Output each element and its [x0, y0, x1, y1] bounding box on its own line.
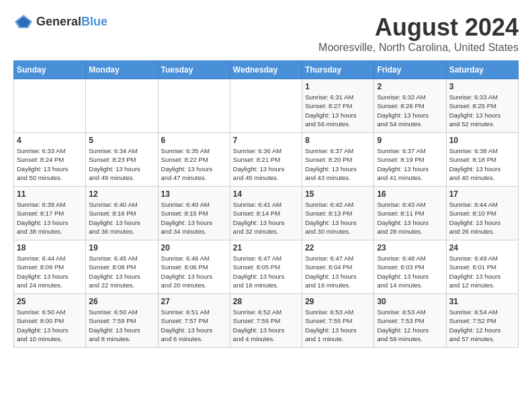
- table-cell: 19Sunrise: 6:45 AM Sunset: 8:08 PM Dayli…: [86, 240, 158, 294]
- logo: GeneralBlue: [13, 13, 107, 30]
- page-header: GeneralBlue August 2024 Mooresville, Nor…: [13, 13, 519, 54]
- header-tuesday: Tuesday: [158, 61, 230, 79]
- table-cell: 14Sunrise: 6:41 AM Sunset: 8:14 PM Dayli…: [230, 187, 302, 240]
- day-number: 20: [161, 243, 227, 253]
- day-info: Sunrise: 6:32 AM Sunset: 8:26 PM Dayligh…: [377, 93, 443, 128]
- day-info: Sunrise: 6:44 AM Sunset: 8:09 PM Dayligh…: [17, 254, 83, 289]
- header-wednesday: Wednesday: [230, 61, 302, 79]
- table-cell: [14, 79, 86, 133]
- day-number: 8: [305, 136, 371, 145]
- table-cell: 6Sunrise: 6:35 AM Sunset: 8:22 PM Daylig…: [158, 133, 230, 187]
- week-row-5: 25Sunrise: 6:50 AM Sunset: 8:00 PM Dayli…: [14, 294, 519, 348]
- day-number: 9: [377, 136, 443, 145]
- week-row-2: 4Sunrise: 6:33 AM Sunset: 8:24 PM Daylig…: [14, 133, 519, 187]
- day-info: Sunrise: 6:48 AM Sunset: 8:03 PM Dayligh…: [377, 254, 443, 289]
- day-number: 17: [449, 189, 515, 199]
- day-number: 5: [89, 136, 154, 145]
- day-info: Sunrise: 6:53 AM Sunset: 7:53 PM Dayligh…: [377, 308, 443, 343]
- day-info: Sunrise: 6:52 AM Sunset: 7:56 PM Dayligh…: [233, 308, 299, 343]
- day-number: 2: [377, 82, 443, 91]
- day-info: Sunrise: 6:35 AM Sunset: 8:22 PM Dayligh…: [161, 146, 227, 182]
- logo-blue: Blue: [81, 15, 107, 28]
- table-cell: 2Sunrise: 6:32 AM Sunset: 8:26 PM Daylig…: [374, 79, 446, 133]
- day-number: 26: [89, 297, 154, 306]
- header-thursday: Thursday: [302, 61, 374, 79]
- table-cell: 10Sunrise: 6:38 AM Sunset: 8:18 PM Dayli…: [446, 133, 518, 187]
- day-info: Sunrise: 6:47 AM Sunset: 8:05 PM Dayligh…: [233, 254, 299, 289]
- day-info: Sunrise: 6:54 AM Sunset: 7:52 PM Dayligh…: [449, 308, 515, 343]
- table-cell: 31Sunrise: 6:54 AM Sunset: 7:52 PM Dayli…: [446, 294, 518, 348]
- week-row-1: 1Sunrise: 6:31 AM Sunset: 8:27 PM Daylig…: [14, 79, 519, 133]
- table-cell: [86, 79, 158, 133]
- day-info: Sunrise: 6:50 AM Sunset: 7:59 PM Dayligh…: [89, 308, 154, 343]
- logo-general: General: [36, 15, 81, 28]
- days-header-row: SundayMondayTuesdayWednesdayThursdayFrid…: [14, 61, 519, 79]
- day-number: 24: [449, 243, 515, 253]
- header-saturday: Saturday: [446, 61, 518, 79]
- day-info: Sunrise: 6:37 AM Sunset: 8:19 PM Dayligh…: [377, 146, 443, 182]
- calendar-table: SundayMondayTuesdayWednesdayThursdayFrid…: [13, 60, 519, 348]
- day-number: 27: [161, 297, 227, 306]
- table-cell: 24Sunrise: 6:49 AM Sunset: 8:01 PM Dayli…: [446, 240, 518, 294]
- table-cell: 3Sunrise: 6:33 AM Sunset: 8:25 PM Daylig…: [446, 79, 518, 133]
- day-number: 18: [17, 243, 83, 253]
- day-number: 7: [233, 136, 299, 145]
- day-info: Sunrise: 6:42 AM Sunset: 8:13 PM Dayligh…: [305, 200, 371, 236]
- day-info: Sunrise: 6:39 AM Sunset: 8:17 PM Dayligh…: [17, 200, 83, 236]
- table-cell: 15Sunrise: 6:42 AM Sunset: 8:13 PM Dayli…: [302, 187, 374, 240]
- day-number: 3: [449, 82, 515, 91]
- table-cell: 12Sunrise: 6:40 AM Sunset: 8:16 PM Dayli…: [86, 187, 158, 240]
- week-row-4: 18Sunrise: 6:44 AM Sunset: 8:09 PM Dayli…: [14, 240, 519, 294]
- day-info: Sunrise: 6:53 AM Sunset: 7:55 PM Dayligh…: [305, 308, 371, 343]
- table-cell: 16Sunrise: 6:43 AM Sunset: 8:11 PM Dayli…: [374, 187, 446, 240]
- day-info: Sunrise: 6:47 AM Sunset: 8:04 PM Dayligh…: [305, 254, 371, 289]
- table-cell: 1Sunrise: 6:31 AM Sunset: 8:27 PM Daylig…: [302, 79, 374, 133]
- day-number: 11: [17, 189, 83, 199]
- day-info: Sunrise: 6:36 AM Sunset: 8:21 PM Dayligh…: [233, 146, 299, 182]
- day-number: 22: [305, 243, 371, 253]
- day-number: 14: [233, 189, 299, 199]
- table-cell: 23Sunrise: 6:48 AM Sunset: 8:03 PM Dayli…: [374, 240, 446, 294]
- header-sunday: Sunday: [14, 61, 86, 79]
- day-info: Sunrise: 6:44 AM Sunset: 8:10 PM Dayligh…: [449, 200, 515, 236]
- table-cell: 25Sunrise: 6:50 AM Sunset: 8:00 PM Dayli…: [14, 294, 86, 348]
- day-number: 25: [17, 297, 83, 306]
- day-info: Sunrise: 6:46 AM Sunset: 8:06 PM Dayligh…: [161, 254, 227, 289]
- logo-icon: [13, 13, 34, 30]
- table-cell: 26Sunrise: 6:50 AM Sunset: 7:59 PM Dayli…: [86, 294, 158, 348]
- table-cell: 13Sunrise: 6:40 AM Sunset: 8:15 PM Dayli…: [158, 187, 230, 240]
- table-cell: 11Sunrise: 6:39 AM Sunset: 8:17 PM Dayli…: [14, 187, 86, 240]
- day-info: Sunrise: 6:33 AM Sunset: 8:24 PM Dayligh…: [17, 146, 83, 182]
- calendar-title: August 2024: [318, 13, 519, 42]
- table-cell: [230, 79, 302, 133]
- week-row-3: 11Sunrise: 6:39 AM Sunset: 8:17 PM Dayli…: [14, 187, 519, 240]
- table-cell: 9Sunrise: 6:37 AM Sunset: 8:19 PM Daylig…: [374, 133, 446, 187]
- day-info: Sunrise: 6:40 AM Sunset: 8:15 PM Dayligh…: [161, 200, 227, 236]
- day-number: 10: [449, 136, 515, 145]
- day-info: Sunrise: 6:38 AM Sunset: 8:18 PM Dayligh…: [449, 146, 515, 182]
- day-number: 31: [449, 297, 515, 306]
- day-number: 13: [161, 189, 227, 199]
- table-cell: 8Sunrise: 6:37 AM Sunset: 8:20 PM Daylig…: [302, 133, 374, 187]
- day-info: Sunrise: 6:33 AM Sunset: 8:25 PM Dayligh…: [449, 93, 515, 128]
- title-section: August 2024 Mooresville, North Carolina,…: [318, 13, 519, 54]
- table-cell: 5Sunrise: 6:34 AM Sunset: 8:23 PM Daylig…: [86, 133, 158, 187]
- day-number: 23: [377, 243, 443, 253]
- day-number: 29: [305, 297, 371, 306]
- day-number: 28: [233, 297, 299, 306]
- table-cell: 27Sunrise: 6:51 AM Sunset: 7:57 PM Dayli…: [158, 294, 230, 348]
- table-cell: 30Sunrise: 6:53 AM Sunset: 7:53 PM Dayli…: [374, 294, 446, 348]
- table-cell: 29Sunrise: 6:53 AM Sunset: 7:55 PM Dayli…: [302, 294, 374, 348]
- calendar-subtitle: Mooresville, North Carolina, United Stat…: [318, 42, 519, 54]
- day-info: Sunrise: 6:41 AM Sunset: 8:14 PM Dayligh…: [233, 200, 299, 236]
- day-info: Sunrise: 6:49 AM Sunset: 8:01 PM Dayligh…: [449, 254, 515, 289]
- table-cell: 20Sunrise: 6:46 AM Sunset: 8:06 PM Dayli…: [158, 240, 230, 294]
- day-number: 4: [17, 136, 83, 145]
- day-number: 30: [377, 297, 443, 306]
- day-info: Sunrise: 6:34 AM Sunset: 8:23 PM Dayligh…: [89, 146, 154, 182]
- day-info: Sunrise: 6:37 AM Sunset: 8:20 PM Dayligh…: [305, 146, 371, 182]
- day-info: Sunrise: 6:31 AM Sunset: 8:27 PM Dayligh…: [305, 93, 371, 128]
- table-cell: 28Sunrise: 6:52 AM Sunset: 7:56 PM Dayli…: [230, 294, 302, 348]
- table-cell: 22Sunrise: 6:47 AM Sunset: 8:04 PM Dayli…: [302, 240, 374, 294]
- day-info: Sunrise: 6:50 AM Sunset: 8:00 PM Dayligh…: [17, 308, 83, 343]
